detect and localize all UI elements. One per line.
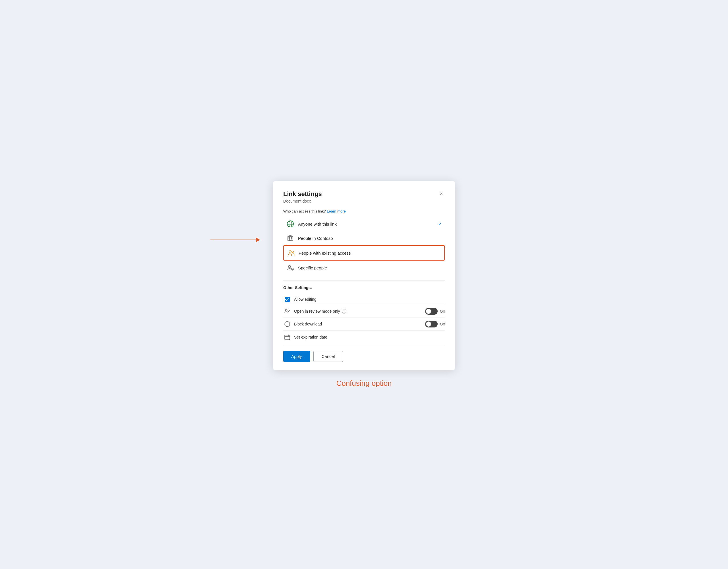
- people-existing-icon: [287, 249, 295, 257]
- specific-people-icon: [286, 263, 295, 272]
- dialog-subtitle: Document.docx: [283, 199, 445, 203]
- setting-allow-editing[interactable]: Allow editing: [283, 294, 445, 305]
- svg-rect-7: [289, 239, 291, 241]
- svg-point-11: [292, 251, 293, 252]
- allow-editing-label: Allow editing: [294, 297, 445, 302]
- checkbox-icon: [283, 297, 291, 302]
- option-existing[interactable]: People with existing access: [283, 245, 445, 260]
- dialog-header: Link settings ×: [283, 190, 445, 198]
- review-mode-label: Open in review mode only i: [294, 309, 425, 314]
- bottom-divider: [283, 345, 445, 345]
- review-mode-toggle[interactable]: Off: [425, 308, 445, 315]
- access-options-list: Anyone with this link ✓ People in Contos…: [283, 217, 445, 275]
- arrow-line: [210, 239, 256, 240]
- access-question-label: Who can access this link? Learn more: [283, 209, 445, 213]
- selected-check-icon: ✓: [438, 221, 442, 227]
- checkbox-checked-indicator: [285, 297, 290, 302]
- toggle-thumb: [426, 309, 431, 314]
- cancel-button[interactable]: Cancel: [313, 351, 343, 362]
- other-settings-label: Other Settings:: [283, 286, 445, 290]
- review-mode-icon: [283, 308, 291, 315]
- option-specific[interactable]: Specific people: [283, 260, 445, 275]
- option-anyone[interactable]: Anyone with this link ✓: [283, 217, 445, 231]
- globe-icon: [286, 220, 295, 228]
- block-download-toggle[interactable]: Off: [425, 321, 445, 328]
- setting-expiration[interactable]: Set expiration date: [283, 331, 445, 344]
- option-existing-label: People with existing access: [299, 250, 441, 255]
- building-icon: [286, 234, 295, 242]
- calendar-icon: [283, 334, 291, 340]
- option-anyone-label: Anyone with this link: [298, 221, 438, 226]
- dialog-title: Link settings: [283, 190, 322, 198]
- caption-text: Confusing option: [336, 379, 392, 388]
- svg-point-0: [287, 221, 293, 227]
- svg-rect-5: [289, 237, 290, 238]
- block-download-toggle-label: Off: [440, 322, 445, 326]
- option-contoso-label: People in Contoso: [298, 236, 442, 241]
- annotation-arrow: [210, 237, 260, 242]
- apply-button[interactable]: Apply: [283, 351, 310, 362]
- toggle-track-2: [425, 321, 438, 328]
- dialog-buttons: Apply Cancel: [283, 351, 445, 362]
- toggle-thumb-2: [426, 322, 431, 327]
- setting-block-download: Block download Off: [283, 318, 445, 331]
- expiration-label: Set expiration date: [294, 335, 445, 340]
- svg-rect-4: [288, 236, 293, 241]
- toggle-track: [425, 308, 438, 315]
- option-contoso[interactable]: People in Contoso: [283, 231, 445, 245]
- review-mode-toggle-label: Off: [440, 309, 445, 314]
- setting-review-mode: Open in review mode only i Off: [283, 305, 445, 318]
- learn-more-link[interactable]: Learn more: [327, 209, 346, 213]
- option-specific-label: Specific people: [298, 265, 442, 270]
- close-button[interactable]: ×: [438, 190, 445, 197]
- block-download-icon: [283, 321, 291, 327]
- svg-rect-12: [291, 254, 294, 256]
- block-download-label: Block download: [294, 322, 425, 326]
- svg-point-10: [289, 250, 291, 253]
- svg-point-17: [286, 309, 287, 311]
- info-icon: i: [342, 309, 346, 314]
- arrow-head: [256, 237, 260, 242]
- svg-rect-6: [291, 237, 292, 238]
- section-divider: [283, 280, 445, 281]
- svg-point-13: [288, 265, 291, 268]
- page-wrapper: Link settings × Document.docx Who can ac…: [273, 181, 455, 388]
- svg-rect-20: [285, 335, 290, 340]
- link-settings-dialog: Link settings × Document.docx Who can ac…: [273, 181, 455, 370]
- svg-point-1: [289, 221, 292, 227]
